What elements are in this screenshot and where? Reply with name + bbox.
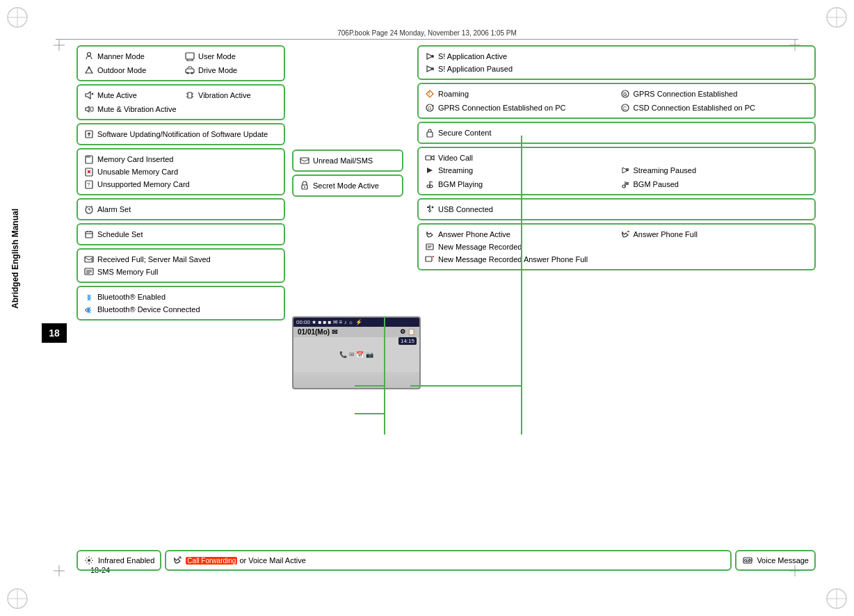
svg-rect-80 xyxy=(426,156,431,160)
inner-corner-bl xyxy=(52,564,66,578)
svg-rect-97 xyxy=(426,244,433,250)
sms-memory-full-label: SMS Memory Full xyxy=(97,268,158,276)
drive-mode-item: Drive Mode xyxy=(184,64,278,76)
mail-box: Received Full; Server Mail Saved SMS Mem… xyxy=(76,248,285,283)
drive-mode-label: Drive Mode xyxy=(198,66,237,74)
svg-text:14:15: 14:15 xyxy=(746,558,752,562)
svg-rect-79 xyxy=(427,132,433,137)
outdoor-mode-icon xyxy=(83,65,95,76)
bluetooth-device-icon xyxy=(83,304,95,315)
app-active-label: S! Application Active xyxy=(438,52,507,60)
sms-memory-full-item: SMS Memory Full xyxy=(83,266,278,278)
software-update-icon xyxy=(83,129,95,140)
answer-phone-active-label: Answer Phone Active xyxy=(438,230,510,238)
new-message-recorded-label: New Message Recorded xyxy=(438,243,522,251)
csd-pc-icon: C xyxy=(620,102,631,113)
voice-message-icon: 14:15 xyxy=(742,555,753,566)
unread-mail-box: Unread Mail/SMS xyxy=(292,149,403,172)
alarm-set-item: Alarm Set xyxy=(83,203,278,216)
gprs-pc-label: GPRS Connection Established on PC xyxy=(438,104,565,112)
gprs-pc-icon: G xyxy=(424,102,435,113)
svg-rect-21 xyxy=(186,53,194,59)
drive-mode-icon xyxy=(184,65,195,76)
software-box: Software Updating/Notification of Softwa… xyxy=(76,123,285,145)
bgm-playing-label: BGM Playing xyxy=(438,180,483,188)
user-mode-item: User Mode xyxy=(184,50,278,63)
mute-active-item: Mute Active xyxy=(83,89,177,102)
svg-point-88 xyxy=(430,185,433,188)
roaming-item: ! Roaming xyxy=(424,88,614,100)
new-message-answer-full-icon xyxy=(424,254,435,265)
unsupported-memory-icon: ? xyxy=(83,179,95,190)
mute-vibration-label: Mute & Vibration Active xyxy=(97,105,177,113)
voice-message-box: 14:15 Voice Message xyxy=(735,550,816,571)
streaming-item: Streaming xyxy=(424,164,614,177)
video-call-label: Video Call xyxy=(438,154,473,162)
manner-mode-item: Manner Mode xyxy=(83,50,177,63)
secure-content-label: Secure Content xyxy=(438,129,491,137)
video-call-icon xyxy=(424,152,435,163)
bluetooth-device-label: Bluetooth® Device Connected xyxy=(97,305,200,314)
software-update-item: Software Updating/Notification of Softwa… xyxy=(83,128,278,140)
svg-point-20 xyxy=(88,53,91,56)
answer-phone-active-item: Answer Phone Active xyxy=(424,228,614,241)
bgm-paused-item: BGM Paused xyxy=(620,178,809,191)
app-paused-label: S! Application Paused xyxy=(438,65,513,73)
received-full-label: Received Full; Server Mail Saved xyxy=(97,255,211,264)
unread-mail-item: Unread Mail/SMS xyxy=(299,154,396,167)
svg-rect-26 xyxy=(186,69,194,73)
bgm-playing-item: BGM Playing xyxy=(424,178,614,191)
mute-active-icon xyxy=(83,90,95,101)
secure-content-box: Secure Content xyxy=(417,122,816,144)
or-voice-mail-label: or Voice Mail Active xyxy=(239,556,305,565)
usb-connected-icon xyxy=(424,204,435,215)
answer-phone-active-icon xyxy=(424,229,435,240)
app-active-icon xyxy=(424,51,435,62)
svg-point-65 xyxy=(304,186,305,188)
unusable-memory-item: Unusable Memory Card xyxy=(83,165,278,178)
mute-active-label: Mute Active xyxy=(97,91,137,99)
svg-point-67 xyxy=(431,55,434,58)
outdoor-mode-label: Outdoor Mode xyxy=(97,66,146,74)
memory-card-inserted-item: Memory Card Inserted xyxy=(83,153,278,165)
app-box: S! Application Active S! Application Pau… xyxy=(417,45,816,80)
answer-phone-full-label: Answer Phone Full xyxy=(634,230,698,238)
schedule-set-item: Schedule Set xyxy=(83,228,278,241)
alarm-set-icon xyxy=(83,204,95,215)
phone-status-bar: 00:00 ★ ■ ■ ■ ✉ ≡ ♪ ☼ ⚡ xyxy=(296,319,362,325)
answer-phone-full-icon xyxy=(620,229,631,240)
svg-text:G: G xyxy=(428,106,431,111)
roaming-label: Roaming xyxy=(438,90,469,98)
streaming-paused-icon xyxy=(620,165,631,176)
vibration-active-icon xyxy=(184,90,195,101)
roaming-icon: ! xyxy=(424,88,435,99)
inner-corner-tl xyxy=(52,38,66,52)
alarm-set-label: Alarm Set xyxy=(97,205,131,213)
unread-mail-icon xyxy=(299,155,310,166)
secret-mode-icon xyxy=(299,180,310,191)
phone-date: 01/01(Mo) ✉ xyxy=(298,328,337,336)
infrared-box: Infrared Enabled xyxy=(76,550,161,571)
sms-memory-full-icon xyxy=(83,266,95,277)
unsupported-memory-item: ? Unsupported Memory Card xyxy=(83,178,278,191)
unread-mail-label: Unread Mail/SMS xyxy=(313,156,373,165)
csd-pc-item: C CSD Connection Established on PC xyxy=(620,102,809,114)
outdoor-mode-item: Outdoor Mode xyxy=(83,64,177,76)
streaming-label: Streaming xyxy=(438,166,473,175)
svg-point-28 xyxy=(191,72,193,74)
secret-mode-label: Secret Mode Active xyxy=(313,181,379,190)
modes-box: Manner Mode User Mode Outdoor Mode xyxy=(76,45,285,81)
usb-connected-label: USB Connected xyxy=(438,205,493,213)
svg-rect-63 xyxy=(300,158,309,163)
call-forwarding-highlight: Call Forwarding xyxy=(186,557,237,565)
csd-pc-label: CSD Connection Established on PC xyxy=(634,104,755,112)
secret-mode-box: Secret Mode Active xyxy=(292,175,403,197)
streaming-icon xyxy=(424,165,435,176)
svg-marker-82 xyxy=(622,168,628,173)
svg-text:G: G xyxy=(623,92,627,97)
app-active-item: S! Application Active xyxy=(424,50,809,63)
bluetooth-enabled-icon xyxy=(83,291,95,302)
media-box: Video Call Streaming Streaming Paused xyxy=(417,147,816,195)
user-mode-icon xyxy=(184,51,195,62)
bluetooth-box: Bluetooth® Enabled Bluetooth® Device Con… xyxy=(76,286,285,321)
